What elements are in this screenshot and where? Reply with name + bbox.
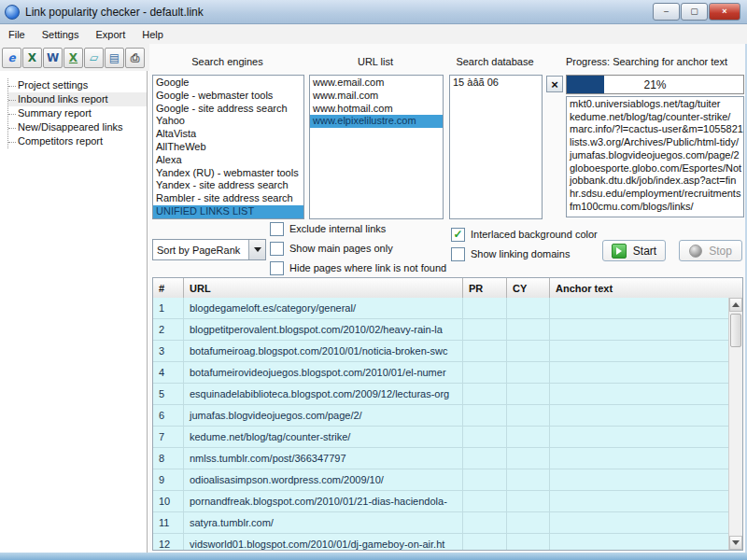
table-row[interactable]: 10 pornandfreak.blogspot.com/2010/01/21-… (153, 491, 728, 512)
url-item[interactable]: www.elpixelilustre.com (310, 115, 443, 128)
url-item[interactable]: www.mail.com (310, 90, 443, 103)
checkbox-interlaced-background-color[interactable]: Interlaced background color (451, 228, 598, 241)
scroll-down-icon[interactable] (729, 536, 742, 550)
search-engine-item[interactable]: Google - site address search (153, 103, 303, 116)
cell-num: 12 (153, 534, 184, 550)
search-engine-item[interactable]: UNIFIED LINKS LIST (153, 205, 303, 218)
sidebar-item-competitors-report[interactable]: Competitors report (8, 134, 147, 148)
cell-num: 10 (153, 491, 184, 511)
table-row[interactable]: 2 blogpetitperovalent.blogspot.com/2010/… (153, 319, 728, 341)
report-tree: Project settingsInbound links reportSumm… (7, 78, 147, 148)
column-header[interactable]: URL (184, 278, 463, 298)
checkbox-box[interactable] (270, 261, 284, 275)
progress-label: Progress: Searching for anchor text (566, 56, 727, 67)
table-row[interactable]: 6 jumafas.blogvideojuegos.com/page/2/ (153, 405, 728, 427)
menu-item[interactable]: File (0, 26, 34, 43)
stop-button[interactable]: Stop (679, 240, 742, 261)
search-engine-item[interactable]: AltaVista (153, 128, 303, 141)
database-item[interactable]: 15 àâã 06 (450, 77, 542, 90)
column-header[interactable]: # (153, 278, 184, 298)
feed-item: fm100cmu.com/blogs/links/ (567, 201, 743, 214)
minimize-button[interactable]: – (653, 3, 680, 21)
cell-url: kedume.net/blog/tag/counter-strike/ (184, 427, 463, 447)
search-engine-item[interactable]: Yandex (RU) - webmaster tools (153, 167, 303, 180)
sidebar-item-new-disappeared-links[interactable]: New/Disappeared links (8, 120, 147, 134)
menu-item[interactable]: Help (134, 26, 172, 43)
feed-item: hr.sdsu.edu/employment/recruitments (567, 188, 743, 201)
checkbox-box[interactable] (451, 228, 465, 242)
search-engines-listbox[interactable]: GoogleGoogle - webmaster toolsGoogle - s… (152, 75, 304, 219)
export-csv-button[interactable]: X (63, 48, 83, 68)
column-header[interactable]: CY (507, 278, 550, 298)
table-row[interactable]: 1 blogdegameloft.es/category/general/ (153, 298, 728, 319)
checkbox-box[interactable] (270, 222, 284, 236)
cell-pr (463, 319, 507, 340)
clear-database-button[interactable] (546, 76, 563, 92)
close-button[interactable]: × (709, 3, 740, 21)
table-row[interactable]: 5 esquinadelabiblioteca.blogspot.com/200… (153, 384, 728, 405)
export-word-button[interactable]: W (43, 48, 63, 68)
url-item[interactable]: www.hotmail.com (310, 103, 443, 116)
sort-dropdown[interactable]: Sort by PageRank (152, 239, 266, 260)
url-list-label: URL list (309, 56, 442, 67)
table-row[interactable]: 7 kedume.net/blog/tag/counter-strike/ (153, 427, 728, 448)
checkbox-hide-pages-link-not-found[interactable]: Hide pages where link is not found (270, 261, 446, 274)
search-engine-item[interactable]: Yahoo (153, 115, 303, 128)
column-header[interactable]: PR (463, 278, 507, 298)
maximize-button[interactable]: ▢ (681, 3, 708, 21)
export-report-button[interactable]: ▤ (105, 48, 124, 68)
table-row[interactable]: 3 botafumeiroag.blogspot.com/2010/01/not… (153, 341, 728, 362)
checkbox-box[interactable] (451, 247, 465, 261)
cell-anchor (550, 362, 728, 383)
progress-percent: 21% (567, 76, 743, 93)
start-button-label: Start (633, 245, 656, 258)
cell-cy (507, 491, 550, 511)
checkbox-exclude-internal-links[interactable]: Exclude internal links (270, 222, 446, 235)
table-row[interactable]: 9 odioalisasimpson.wordpress.com/2009/10… (153, 469, 728, 491)
cell-cy (507, 448, 550, 469)
feed-item: mkt0.universiablogs.net/tag/tuiter (567, 98, 743, 111)
search-engine-item[interactable]: Yandex - site address search (153, 179, 303, 192)
table-row[interactable]: 12 vidsworld01.blogspot.com/2010/01/dj-g… (153, 534, 728, 550)
start-button[interactable]: Start (602, 240, 666, 261)
table-row[interactable]: 11 satyra.tumblr.com/ (153, 512, 728, 534)
search-engine-item[interactable]: Rambler - site address search (153, 192, 303, 205)
menu-item[interactable]: Settings (34, 26, 88, 43)
menu-item[interactable]: Export (87, 26, 134, 43)
table-row[interactable]: 8 nmlss.tumblr.com/post/366347797 (153, 448, 728, 469)
sidebar-item-summary-report[interactable]: Summary report (8, 106, 147, 120)
sidebar-item-inbound-links-report[interactable]: Inbound links report (8, 92, 147, 106)
cell-url: esquinadelabiblioteca.blogspot.com/2009/… (184, 384, 463, 404)
export-excel-button[interactable]: X (22, 48, 42, 68)
cell-anchor (550, 448, 728, 469)
word-icon: W (47, 52, 59, 63)
search-engine-item[interactable]: AllTheWeb (153, 141, 303, 154)
scroll-thumb[interactable] (730, 314, 741, 347)
titlebar[interactable]: Link popularity checker - default.link –… (0, 0, 747, 24)
checkbox-label: Interlaced background color (471, 229, 598, 240)
search-database-listbox[interactable]: 15 àâã 06 (449, 75, 543, 219)
progress-url-feed[interactable]: mkt0.universiablogs.net/tag/tuiterkedume… (566, 96, 744, 217)
cell-num: 11 (153, 512, 184, 533)
checkbox-show-main-pages-only[interactable]: Show main pages only (270, 242, 446, 255)
url-listbox[interactable]: www.email.comwww.mail.comwww.hotmail.com… (309, 75, 444, 219)
open-book-button[interactable]: ▱ (84, 48, 104, 68)
chevron-down-icon[interactable] (248, 240, 265, 259)
search-engine-item[interactable]: Google - webmaster tools (153, 90, 303, 103)
checkbox-box[interactable] (270, 242, 284, 256)
print-button[interactable]: ⎙ (125, 48, 145, 68)
sidebar-item-project-settings[interactable]: Project settings (8, 78, 147, 92)
scroll-up-icon[interactable] (729, 298, 742, 312)
search-engine-item[interactable]: Google (153, 77, 303, 90)
printer-icon: ⎙ (131, 52, 140, 63)
checkbox-show-linking-domains[interactable]: Show linking domains (451, 247, 598, 260)
table-row[interactable]: 4 botafumeirovideojuegos.blogspot.com/20… (153, 362, 728, 384)
search-engine-item[interactable]: Alexa (153, 154, 303, 167)
cell-anchor (550, 405, 728, 426)
url-item[interactable]: www.email.com (310, 77, 443, 90)
table-scrollbar[interactable] (728, 298, 742, 550)
table-body: 1 blogdegameloft.es/category/general/ 2 … (153, 298, 728, 550)
checkbox-label: Show main pages only (289, 243, 393, 254)
export-html-button[interactable]: e (2, 48, 21, 68)
column-header[interactable]: Anchor text (550, 278, 728, 298)
